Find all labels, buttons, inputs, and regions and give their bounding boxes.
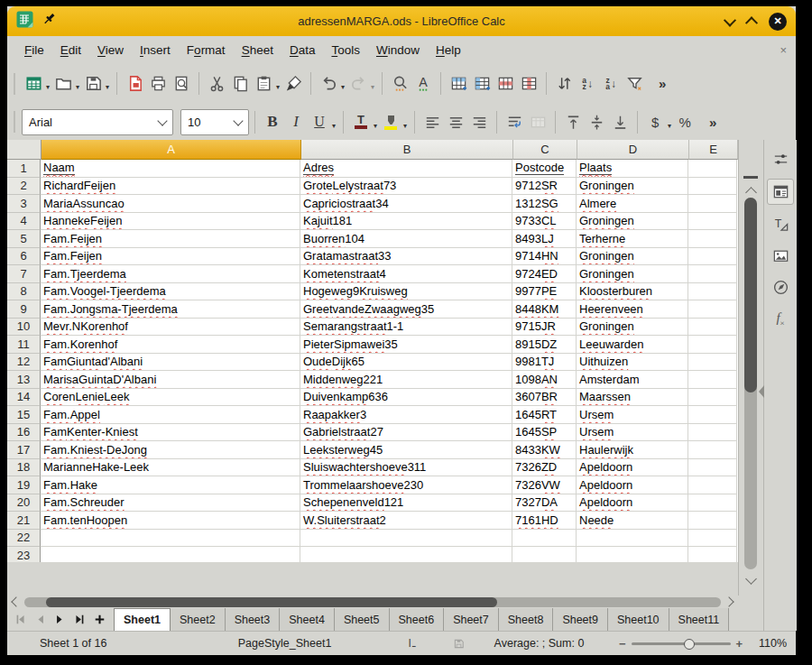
row-header-14[interactable]: 14 [7, 389, 41, 407]
cell-E18[interactable] [688, 459, 737, 477]
find-replace-icon[interactable] [388, 71, 411, 97]
sheet-tab-sheet5[interactable]: Sheet5 [335, 608, 390, 631]
cell-A1[interactable]: Naam [41, 160, 300, 178]
cell-C6[interactable]: 9714 HN [512, 248, 577, 266]
cell-D13[interactable]: Amsterdam [577, 371, 688, 389]
clone-formatting-icon[interactable] [281, 71, 305, 97]
row-header-12[interactable]: 12 [7, 354, 41, 372]
toolbar-overflow-icon[interactable]: » [648, 71, 677, 97]
maximize-button[interactable] [747, 14, 756, 30]
scroll-down-icon[interactable] [745, 573, 757, 585]
dropdown-caret-icon[interactable]: ▾ [403, 122, 407, 130]
cell-A12[interactable]: Fam Giunta d' Albani [41, 354, 300, 372]
cell-D11[interactable]: Leeuwarden [577, 336, 688, 354]
cell-E8[interactable] [688, 283, 737, 301]
font-size-combo[interactable]: 10 [180, 109, 249, 135]
calc-app-icon[interactable] [16, 11, 33, 32]
close-button[interactable]: ✕ [769, 13, 787, 31]
print-preview-icon[interactable] [170, 71, 193, 97]
row-header-16[interactable]: 16 [7, 424, 41, 442]
cell-A4[interactable]: Hanneke Feijen [41, 213, 300, 231]
cell-E4[interactable] [688, 213, 737, 231]
column-header-C[interactable]: C [513, 140, 577, 160]
cell-B1[interactable]: Adres [300, 160, 512, 178]
menu-tools[interactable]: Tools [323, 40, 368, 60]
highlight-color-icon[interactable] [379, 109, 402, 134]
font-color-icon[interactable]: T [349, 109, 373, 134]
sheet-count-status[interactable]: Sheet 1 of 16 [7, 637, 188, 650]
cell-E16[interactable] [688, 424, 737, 442]
row-header-5[interactable]: 5 [7, 230, 41, 248]
sheet-tab-sheet3[interactable]: Sheet3 [226, 608, 281, 631]
cell-B9[interactable]: Greet van de Zwaagweg 35 [300, 300, 512, 319]
sidebar-settings-icon[interactable] [768, 147, 793, 171]
close-document-icon[interactable]: × [780, 43, 787, 57]
dropdown-caret-icon[interactable]: ▾ [76, 83, 79, 91]
cell-B7[interactable]: Kometenstraat 4 [300, 265, 512, 283]
unsaved-indicator-icon[interactable] [441, 638, 475, 650]
cell-A21[interactable]: Fam.ten Hoopen [41, 512, 300, 530]
cell-E9[interactable] [688, 300, 737, 319]
cell-D23[interactable] [577, 547, 688, 562]
row-header-7[interactable]: 7 [7, 265, 41, 283]
column-header-E[interactable]: E [689, 140, 738, 160]
dropdown-caret-icon[interactable]: ▾ [341, 83, 345, 91]
cell-E23[interactable] [688, 547, 737, 562]
cell-E2[interactable] [688, 178, 737, 196]
menu-edit[interactable]: Edit [52, 40, 89, 60]
column-header-D[interactable]: D [577, 140, 689, 160]
cell-E10[interactable] [688, 319, 737, 337]
scroll-up-icon[interactable] [745, 187, 757, 199]
sheet-tab-sheet1[interactable]: Sheet1 [114, 608, 171, 631]
cell-A15[interactable]: Fam. Appel [41, 406, 300, 424]
minimize-button[interactable] [725, 14, 734, 30]
cell-D15[interactable]: Ursem [577, 406, 688, 424]
cell-D18[interactable]: Apeldoorn [577, 459, 688, 477]
cell-A13[interactable]: Marisa Guinta D'Albani [41, 371, 300, 389]
merge-cells-icon[interactable] [526, 109, 549, 134]
row-header-22[interactable]: 22 [7, 530, 41, 548]
vertical-scrollbar[interactable] [738, 140, 763, 596]
sort-ascending-icon[interactable]: az↓ [576, 71, 599, 97]
row-header-3[interactable]: 3 [7, 195, 41, 213]
add-sheet-button[interactable] [90, 611, 108, 629]
horizontal-scrollbar[interactable] [7, 596, 738, 608]
underline-icon[interactable]: U [308, 109, 331, 134]
menu-help[interactable]: Help [428, 40, 469, 60]
zoom-slider[interactable] [632, 642, 731, 645]
menu-data[interactable]: Data [281, 40, 324, 60]
cell-D5[interactable]: Terherne [577, 230, 688, 248]
font-name-combo[interactable]: Arial [22, 109, 173, 135]
cell-D8[interactable]: Kloosterburen [577, 283, 688, 301]
cell-B20[interactable]: Schepenenveld 121 [300, 494, 512, 513]
align-right-icon[interactable] [467, 109, 491, 134]
scroll-right-icon[interactable] [724, 596, 734, 606]
cell-A23[interactable] [41, 547, 300, 562]
align-top-icon[interactable] [561, 109, 585, 134]
cell-B8[interactable]: Hoge weg 9 Kruisweg [300, 283, 512, 301]
sheet-tab-sheet4[interactable]: Sheet4 [280, 608, 335, 631]
menu-format[interactable]: Format [179, 40, 234, 60]
cell-D17[interactable]: Haulerwijk [577, 441, 688, 459]
pin-icon[interactable] [42, 12, 58, 31]
delete-rows-icon[interactable] [494, 71, 517, 97]
cell-D6[interactable]: Groningen [577, 248, 688, 266]
cell-A18[interactable]: Marianne Hake-Leek [41, 459, 300, 477]
autofilter-icon[interactable] [623, 71, 646, 97]
cell-B6[interactable]: Gratamastraat 33 [300, 248, 512, 266]
split-window-handle[interactable] [743, 176, 758, 182]
cell-B12[interactable]: Oude Dijk 65 [300, 354, 512, 372]
export-pdf-icon[interactable] [123, 71, 146, 97]
italic-icon[interactable]: I [284, 109, 308, 134]
cell-D4[interactable]: Groningen [577, 213, 688, 231]
cell-A10[interactable]: Mevr. N Korenhof [41, 319, 300, 337]
menu-window[interactable]: Window [368, 40, 428, 60]
last-sheet-button[interactable] [70, 611, 88, 629]
sheet-tab-sheet11[interactable]: Sheet11 [669, 608, 730, 631]
cell-E13[interactable] [688, 371, 737, 389]
cell-A11[interactable]: Fam. Korenhof [41, 336, 300, 354]
open-folder-icon[interactable] [51, 71, 75, 97]
cell-C3[interactable]: 1312 SG [512, 195, 577, 213]
cut-icon[interactable] [205, 71, 228, 97]
sheet-tab-sheet8[interactable]: Sheet8 [499, 608, 554, 631]
